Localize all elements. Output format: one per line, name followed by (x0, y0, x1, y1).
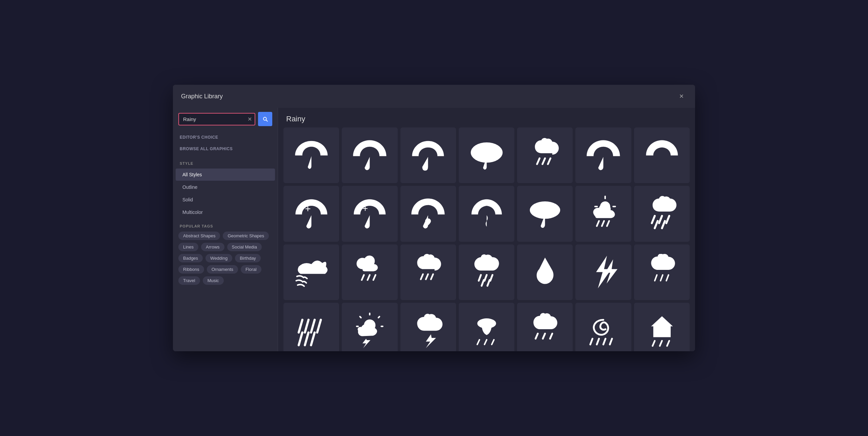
tag-geometric-shapes[interactable]: Geometric Shapes (223, 232, 269, 240)
svg-line-20 (362, 275, 364, 280)
style-all-styles[interactable]: All Styles (176, 169, 275, 181)
svg-line-3 (548, 158, 550, 164)
icon-lightning[interactable] (575, 244, 631, 300)
tag-floral[interactable]: Floral (241, 265, 261, 274)
modal-header: Graphic Library × (173, 85, 695, 108)
svg-line-61 (667, 341, 669, 346)
svg-line-30 (487, 280, 489, 286)
tag-travel[interactable]: Travel (178, 276, 200, 285)
tags-section: POPULAR TAGS Abstract Shapes Geometric S… (173, 219, 278, 288)
style-solid[interactable]: Solid (176, 194, 275, 206)
search-input-wrapper: ✕ (178, 113, 255, 125)
search-input[interactable] (179, 114, 255, 125)
svg-line-29 (481, 280, 484, 286)
sidebar-nav: EDITOR'S CHOICE BROWSE ALL GRAPHICS (173, 130, 278, 156)
svg-line-54 (550, 334, 552, 339)
tag-wedding[interactable]: Wedding (205, 254, 232, 262)
tag-music[interactable]: Music (203, 276, 224, 285)
svg-line-17 (666, 216, 669, 223)
icon-sun-rain[interactable] (575, 186, 631, 241)
svg-line-34 (299, 320, 302, 332)
svg-line-50 (485, 340, 487, 344)
icon-umbrella-4[interactable] (459, 127, 514, 183)
tag-badges[interactable]: Badges (178, 254, 203, 262)
main-content: Rainy (278, 108, 695, 351)
icon-cloud-sun-rain[interactable] (342, 244, 397, 300)
svg-line-35 (305, 320, 309, 332)
search-button[interactable] (258, 112, 272, 126)
svg-line-22 (373, 275, 375, 280)
svg-line-31 (655, 275, 657, 281)
icon-heavy-rain[interactable] (634, 186, 690, 241)
search-area: ✕ (173, 108, 278, 130)
tags-container: Abstract Shapes Geometric Shapes Lines A… (178, 232, 272, 285)
sidebar-item-browse-all[interactable]: BROWSE ALL GRAPHICS (173, 143, 278, 155)
style-list: All Styles Outline Solid Multicolor (173, 168, 278, 219)
icon-water-drop[interactable] (517, 244, 573, 300)
clear-search-button[interactable]: ✕ (248, 116, 252, 122)
icon-wind-rain[interactable] (283, 244, 339, 300)
style-section-label: STYLE (173, 156, 278, 168)
svg-line-28 (490, 275, 492, 281)
style-multicolor[interactable]: Multicolor (176, 206, 275, 218)
icon-umbrella-2[interactable] (342, 127, 397, 183)
style-outline[interactable]: Outline (176, 181, 275, 193)
icon-umbrella-heart[interactable] (400, 186, 456, 241)
svg-line-13 (602, 221, 604, 226)
svg-line-56 (597, 339, 599, 344)
icon-house-rain[interactable] (634, 303, 690, 351)
icon-cloud-heavy-2[interactable] (517, 303, 573, 351)
icon-umbrella-medical[interactable]: + (283, 186, 339, 241)
svg-line-15 (652, 216, 655, 223)
svg-line-59 (652, 341, 654, 346)
icon-acorn-rain[interactable] (459, 303, 514, 351)
tag-ribbons[interactable]: Ribbons (178, 265, 204, 274)
tag-lines[interactable]: Lines (178, 243, 198, 251)
results-title: Rainy (286, 115, 687, 123)
svg-line-32 (660, 275, 663, 281)
tag-birthday[interactable]: Birthday (235, 254, 261, 262)
graphic-library-modal: Graphic Library × ✕ EDITOR'S CHOICE (173, 85, 695, 351)
search-icon (262, 116, 268, 122)
svg-line-52 (536, 334, 538, 339)
svg-line-40 (311, 332, 315, 345)
svg-line-12 (597, 221, 599, 226)
svg-text:+: + (362, 203, 368, 214)
icon-cloud-rain-1[interactable] (517, 127, 573, 183)
icon-umbrella-5[interactable] (575, 127, 631, 183)
sidebar-item-editors-choice[interactable]: EDITOR'S CHOICE (173, 132, 278, 143)
svg-line-33 (666, 275, 668, 281)
svg-line-38 (299, 332, 302, 345)
icon-lightning-cloud[interactable] (400, 303, 456, 351)
close-button[interactable]: × (676, 91, 687, 102)
icon-cloud-rain-3[interactable] (459, 244, 514, 300)
svg-line-2 (542, 158, 545, 164)
icon-cloud-rain-2[interactable] (400, 244, 456, 300)
icon-umbrella-broken[interactable] (459, 186, 514, 241)
icon-swirl-rain[interactable] (575, 303, 631, 351)
modal-title: Graphic Library (181, 93, 223, 100)
svg-line-58 (610, 339, 612, 344)
icon-umbrella-1[interactable] (283, 127, 339, 183)
icon-umbrella-6[interactable] (634, 127, 690, 183)
icon-umbrella-medical-2[interactable]: + (342, 186, 397, 241)
icon-cloud-drizzle[interactable] (634, 244, 690, 300)
tag-ornaments[interactable]: Ornaments (207, 265, 238, 274)
tag-social-media[interactable]: Social Media (227, 243, 262, 251)
svg-line-60 (660, 341, 662, 346)
svg-line-23 (421, 274, 423, 279)
svg-line-1 (537, 158, 539, 164)
icon-rain-lines[interactable] (283, 303, 339, 351)
tag-arrows[interactable]: Arrows (201, 243, 224, 251)
svg-line-37 (317, 320, 321, 332)
sidebar: ✕ EDITOR'S CHOICE BROWSE ALL GRAPHICS ST… (173, 108, 278, 351)
icons-scroll[interactable]: + + (278, 127, 695, 351)
icon-umbrella-flat[interactable] (517, 186, 573, 241)
svg-line-57 (604, 339, 606, 344)
tag-abstract-shapes[interactable]: Abstract Shapes (178, 232, 220, 240)
svg-line-39 (305, 332, 309, 345)
svg-line-36 (311, 320, 315, 332)
icon-umbrella-3[interactable] (400, 127, 456, 183)
tags-section-label: POPULAR TAGS (178, 221, 272, 228)
icon-sun-storm[interactable] (342, 303, 397, 351)
